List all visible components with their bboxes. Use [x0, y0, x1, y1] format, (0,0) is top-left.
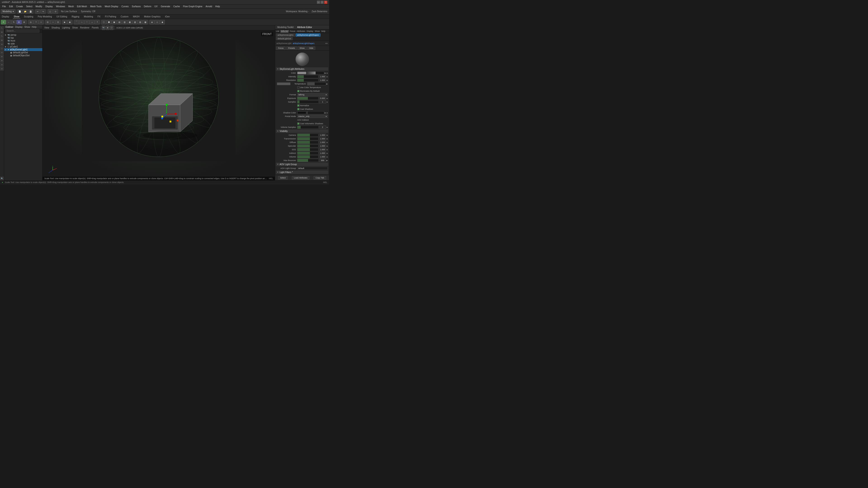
- camera-value[interactable]: 1.000: [319, 133, 326, 137]
- sss-value[interactable]: 1.000: [319, 148, 326, 151]
- indirect-value[interactable]: 1.000: [319, 152, 326, 155]
- lasso-btn[interactable]: ⊙: [53, 9, 58, 14]
- tab-mash[interactable]: MASH: [132, 15, 141, 18]
- select-btn[interactable]: Select: [278, 176, 288, 180]
- tree-item-side[interactable]: 📷 side: [4, 42, 42, 45]
- poly-tool6[interactable]: ▦: [127, 20, 132, 24]
- ipr-btn[interactable]: ◉: [67, 20, 72, 24]
- menu-uv[interactable]: UV: [153, 4, 159, 8]
- rotate-tool[interactable]: ↻: [11, 20, 16, 24]
- left-tool-4[interactable]: ⊞: [0, 38, 4, 42]
- outliner-help[interactable]: Help: [32, 26, 37, 28]
- tab-custom[interactable]: Custom: [120, 15, 129, 18]
- show-btn[interactable]: Show: [298, 46, 307, 50]
- minimize-button[interactable]: —: [317, 1, 320, 4]
- left-tool-11[interactable]: ⊝: [0, 67, 4, 70]
- curves-tool4[interactable]: ⌕: [90, 20, 94, 24]
- menu-create[interactable]: Create: [15, 4, 24, 8]
- transmission-link[interactable]: ◈: [327, 138, 328, 140]
- panel-tab-modeling-toolkit[interactable]: Modeling Toolkit: [276, 26, 294, 29]
- save-btn[interactable]: 💾: [28, 9, 33, 14]
- illuminates-checkbox[interactable]: ✓: [297, 90, 300, 92]
- max-bounces-link[interactable]: ▶: [327, 160, 328, 162]
- left-tool-9[interactable]: ⊛: [0, 59, 4, 62]
- left-tool-10[interactable]: ⊜: [0, 63, 4, 66]
- tree-item-default-objset[interactable]: ▣ defaultObjectSet: [4, 54, 42, 57]
- camera-slider[interactable]: [297, 133, 318, 137]
- left-tool-3[interactable]: ✎: [0, 34, 4, 38]
- node-tab-1[interactable]: aiSkyDomeLightShape1: [296, 33, 321, 37]
- outliner-display[interactable]: Display: [15, 26, 23, 28]
- menu-edit[interactable]: Edit: [8, 4, 14, 8]
- open-btn[interactable]: 📁: [23, 9, 28, 14]
- diffuse-link[interactable]: ◈: [327, 141, 328, 143]
- cast-vol-checkbox[interactable]: ✓: [297, 123, 300, 125]
- select-tool[interactable]: ✦: [1, 20, 6, 24]
- volume-samples-link[interactable]: ◈: [327, 126, 328, 128]
- exposure-slider[interactable]: [297, 97, 318, 100]
- format-dropdown[interactable]: latlong ▾: [297, 93, 328, 96]
- poly-tool8[interactable]: ▨: [138, 20, 143, 24]
- color-slider[interactable]: [307, 71, 324, 74]
- curves-tool2[interactable]: ⌓: [79, 20, 84, 24]
- resolution-link[interactable]: ◈: [327, 79, 328, 81]
- intensity-link[interactable]: ◈: [327, 76, 328, 78]
- menu-mesh-tools[interactable]: Mesh Tools: [89, 4, 103, 8]
- snap-curve[interactable]: ⌁: [51, 20, 55, 24]
- shader-tool3[interactable]: ◆: [160, 20, 165, 24]
- menu-display[interactable]: Display: [44, 4, 54, 8]
- tab-igen[interactable]: iGen: [164, 15, 170, 18]
- left-search[interactable]: 🔍: [0, 177, 4, 180]
- menu-curves[interactable]: Curves: [120, 4, 130, 8]
- tab-poly-modeling[interactable]: Poly Modeling: [37, 15, 53, 18]
- diffuse-value[interactable]: 1.000: [319, 141, 326, 144]
- poly-tool3[interactable]: ▣: [112, 20, 117, 24]
- vp-cam-btn[interactable]: 📷: [102, 26, 105, 30]
- poly-tool5[interactable]: ▥: [122, 20, 127, 24]
- tab-rigging[interactable]: Rigging: [71, 15, 80, 18]
- viewport-tab-view[interactable]: View: [43, 26, 50, 29]
- tree-item-skydome[interactable]: ▶ ☀ aiSkyDomeLight1: [4, 48, 42, 51]
- camera-link[interactable]: ◈: [327, 134, 328, 136]
- color-expand[interactable]: ▶: [324, 72, 326, 74]
- copy-tab-btn[interactable]: Copy Tab: [313, 176, 326, 180]
- sub-tab-attributes[interactable]: Attributes: [297, 30, 305, 32]
- samples-link[interactable]: ◈: [327, 101, 328, 103]
- scale-tool[interactable]: ⊞: [17, 20, 22, 24]
- tree-item-persp[interactable]: ▶ 📷 persp: [4, 33, 42, 36]
- tree-item-top[interactable]: 📷 top: [4, 36, 42, 39]
- tab-uv-editing[interactable]: UV Editing: [56, 15, 68, 18]
- exposure-link[interactable]: ◈: [327, 97, 328, 99]
- shadow-expand[interactable]: ▶: [324, 112, 326, 114]
- temperature-slider[interactable]: [307, 82, 326, 86]
- specular-link[interactable]: ◈: [327, 145, 328, 147]
- poly-tool1[interactable]: ⬡: [101, 20, 106, 24]
- sub-tab-help[interactable]: Help: [321, 30, 326, 32]
- max-bounces-slider[interactable]: [297, 159, 319, 162]
- close-button[interactable]: ✕: [324, 1, 327, 4]
- intensity-value[interactable]: 1.000: [319, 75, 326, 78]
- curves-tool5[interactable]: ⌖: [95, 20, 100, 24]
- vp-shad-btn[interactable]: ◈: [106, 26, 110, 30]
- left-tool-5[interactable]: ⊘: [0, 42, 4, 46]
- menu-cache[interactable]: Cache: [172, 4, 181, 8]
- poly-tool2[interactable]: ⬢: [106, 20, 112, 24]
- viewport-tab-show[interactable]: Show: [71, 26, 79, 29]
- menu-flow[interactable]: Flow Graph Engine: [182, 4, 204, 8]
- node-tab-2[interactable]: defaultLightSet: [276, 37, 293, 40]
- paint-select[interactable]: ⊹: [39, 20, 43, 24]
- window-controls[interactable]: — □ ✕: [317, 1, 327, 4]
- left-tool-select[interactable]: ↖: [0, 26, 4, 30]
- transmission-value[interactable]: 1.000: [319, 137, 326, 140]
- exposure-value[interactable]: 0.000: [319, 97, 326, 100]
- panel-tab-attr-editor[interactable]: Attribute Editor: [296, 26, 313, 29]
- tab-motion-graphics[interactable]: Motion Graphics: [143, 15, 161, 18]
- presets-btn[interactable]: Presets: [286, 46, 297, 50]
- samples-slider[interactable]: [297, 100, 319, 103]
- viewport-canvas[interactable]: FRONT X Y Z Scale Tool: Use manipulator …: [42, 30, 275, 180]
- specular-slider[interactable]: [297, 144, 318, 148]
- menu-help[interactable]: Help: [214, 4, 221, 8]
- vp-wire-btn[interactable]: ⬡: [110, 26, 114, 30]
- menu-edit-mesh[interactable]: Edit Mesh: [75, 4, 88, 8]
- menu-deform[interactable]: Deform: [143, 4, 153, 8]
